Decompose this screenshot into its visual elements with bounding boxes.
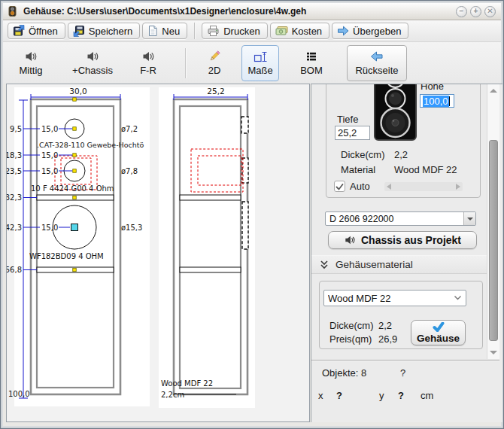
side-brace-1 [180, 195, 241, 200]
toolbar-separator [185, 48, 186, 78]
y-value: ? [398, 390, 404, 401]
tweeter-diameter: ø7,2 [121, 125, 138, 133]
front-dim-42-3: 42,3 [7, 224, 22, 232]
print-label: Drucken [223, 26, 260, 37]
view-toolbar: Mittig +Chassis F-R [3, 42, 501, 84]
save-label: Speichern [89, 26, 133, 37]
window-title: Gehäuse: C:\Users\user\Documents\x1Desig… [23, 6, 451, 17]
chassis-combo-value: D 2606 922000 [329, 214, 463, 224]
tweeter-name: .CAT-328-110 Gewebe-Hochtö [37, 141, 144, 149]
apply-enclosure-button[interactable]: Gehäuse [411, 320, 466, 345]
thickness-value: 2,2 [394, 149, 408, 160]
objects-count: Objekte: 8 [322, 367, 366, 379]
depth-value: 25,2 [338, 127, 357, 138]
horizontal-slider[interactable] [384, 182, 463, 191]
add-chassis-button[interactable]: +Chassis [71, 45, 114, 81]
apply-enclosure-label: Gehäuse [417, 333, 460, 344]
arrow-right-icon [337, 25, 349, 37]
costs-button[interactable]: Kosten [270, 23, 329, 39]
x-label: x [318, 390, 323, 401]
blue-check-icon [433, 322, 445, 332]
money-icon [275, 25, 288, 37]
check-icon [335, 182, 345, 192]
slider-right-arrow-icon[interactable] [456, 184, 460, 190]
scroll-up-icon[interactable] [490, 89, 497, 93]
height-input[interactable]: 100,0 [420, 94, 454, 108]
bom-button[interactable]: BOM [294, 45, 329, 81]
front-offset-2: 15,0 [41, 151, 58, 160]
toolbar-separator [194, 23, 195, 39]
scrollbar-thumb[interactable] [489, 140, 498, 341]
front-dim-56-8: 56,8 [7, 266, 22, 274]
minimize-button[interactable]: − [456, 6, 467, 17]
transfer-label: Übergeben [353, 26, 401, 37]
maximize-button[interactable]: + [470, 6, 481, 17]
front-offset-1: 15,0 [41, 125, 58, 133]
save-button[interactable]: Speichern [68, 23, 141, 39]
status-separator [311, 360, 499, 361]
close-button[interactable]: ✕ [484, 6, 496, 17]
material-combobox[interactable]: Wood MDF 22 [323, 290, 466, 306]
material-section-label: Gehäusematerial [335, 259, 413, 270]
slider-left-arrow-icon[interactable] [387, 184, 391, 190]
side-thickness-label: 2,2cm [161, 391, 184, 399]
mat-price-value: 26,9 [378, 333, 397, 345]
front-height-dim: 100,0 [8, 390, 30, 398]
scroll-down-icon[interactable] [490, 351, 497, 354]
center-view-button[interactable]: Mittig [11, 45, 51, 81]
chassis-button-label: Chassis aus Projekt [361, 234, 461, 246]
costs-label: Kosten [292, 26, 322, 37]
front-offset-3: 15,0 [41, 167, 58, 175]
selection-handle[interactable] [71, 224, 78, 231]
back-side-button[interactable]: Rückseite [347, 45, 407, 81]
dimensions-button[interactable]: Maße [241, 45, 279, 81]
depth-input[interactable]: 25,2 [335, 126, 370, 140]
2d-label: 2D [208, 65, 221, 76]
enclosure-drawing: 30,0 9,5 18,3 23,5 32,3 42,3 56,8 100,0 … [7, 84, 309, 421]
drawing-canvas[interactable]: 30,0 9,5 18,3 23,5 32,3 42,3 56,8 100,0 … [6, 84, 310, 422]
open-label: Öffnen [29, 26, 58, 37]
titlebar: Gehäuse: C:\Users\user\Documents\x1Desig… [3, 3, 501, 20]
new-button[interactable]: Neu [142, 23, 187, 39]
height-value: 100,0 [423, 96, 449, 107]
material-section-header[interactable]: Gehäusematerial [311, 255, 487, 274]
woofer-diameter: ø15,3 [121, 224, 142, 232]
printer-icon [207, 25, 220, 37]
speaker-icon [24, 50, 38, 62]
speaker-icon [141, 50, 155, 62]
open-button[interactable]: Öffnen [8, 23, 65, 39]
app-icon [8, 6, 19, 17]
save-disk-icon [73, 25, 85, 37]
transfer-button[interactable]: Übergeben [332, 23, 408, 39]
app-window: Gehäuse: C:\Users\user\Documents\x1Desig… [0, 0, 504, 429]
midrange-diameter: ø7,8 [121, 167, 138, 175]
dimension-icon [254, 50, 267, 62]
file-toolbar: Öffnen Speichern [3, 20, 501, 42]
open-disk-icon [13, 25, 25, 37]
panel-scrollbar[interactable] [487, 84, 499, 359]
mat-thickness-value: 2,2 [378, 320, 392, 331]
chassis-combobox[interactable]: D 2606 922000 [325, 211, 476, 226]
front-offset-4: 15,0 [41, 224, 58, 232]
back-side-label: Rückseite [355, 65, 398, 76]
center-view-label: Mittig [19, 65, 42, 76]
add-chassis-label: +Chassis [72, 65, 113, 76]
chassis-from-project-button[interactable]: Chassis aus Projekt [328, 231, 477, 249]
front-width-dim: 30,0 [69, 87, 87, 96]
properties-panel: Höhe 100,0 Tiefe 25,2 Dicke(cm) 2,2 Mate… [311, 84, 502, 422]
side-brace-2 [180, 267, 241, 272]
front-rear-button[interactable]: F-R [131, 45, 165, 81]
front-dim-32-3: 32,3 [7, 193, 22, 202]
2d-button[interactable]: 2D [195, 45, 234, 81]
front-dim-23-5: 23,5 [7, 167, 22, 175]
material-combo-value: Wood MDF 22 [328, 293, 454, 304]
chevron-down-icon [454, 295, 462, 301]
bom-label: BOM [300, 65, 323, 76]
combo-dropdown-button[interactable] [463, 212, 475, 225]
woofer-name: WF182BD09 4 OHM [29, 252, 104, 260]
unit-label: cm [421, 390, 433, 401]
new-document-icon [147, 25, 158, 37]
side-width-dim: 25,2 [207, 87, 224, 96]
auto-checkbox[interactable] [334, 181, 345, 192]
print-button[interactable]: Drucken [202, 23, 267, 39]
